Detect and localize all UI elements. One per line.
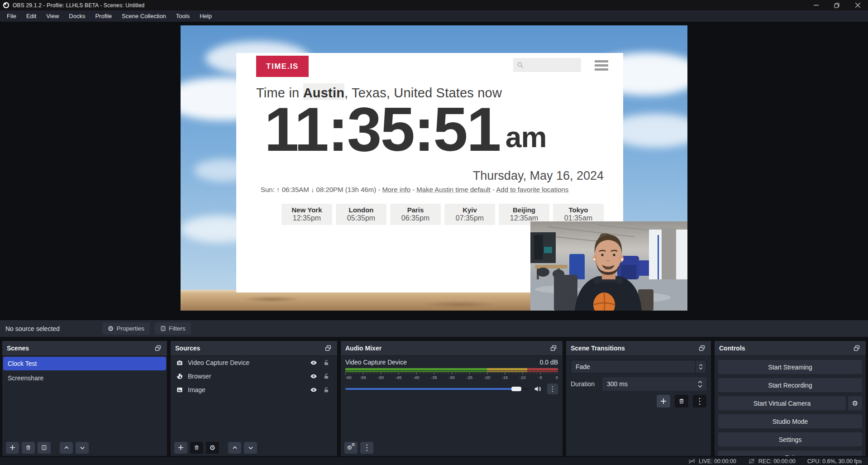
remove-transition-button[interactable] — [675, 395, 688, 407]
status-bar: LIVE: 00:00:00 REC: 00:00:00 CPU: 0.6%, … — [0, 457, 868, 465]
mixer-volume-db: 0.0 dB — [540, 359, 558, 366]
make-default-link[interactable]: Make Austin time default — [416, 186, 490, 193]
eye-icon — [310, 373, 317, 380]
eye-icon — [310, 359, 317, 366]
meter-ticks — [345, 373, 558, 374]
menu-docks[interactable]: Docks — [64, 10, 90, 22]
move-source-up-button[interactable] — [228, 442, 241, 454]
controls-header[interactable]: Controls — [715, 341, 866, 356]
volume-slider-handle[interactable] — [511, 387, 521, 391]
start-virtual-camera-button[interactable]: Start Virtual Camera — [718, 396, 846, 410]
visibility-toggle[interactable] — [310, 373, 318, 380]
menu-view[interactable]: View — [41, 10, 64, 22]
add-scene-button[interactable] — [6, 442, 19, 454]
chevron-up-icon — [699, 364, 703, 366]
stream-inactive-icon — [688, 458, 696, 464]
transitions-body: Fade Duration 300 ms — [566, 356, 711, 456]
hamburger-menu-icon[interactable] — [595, 60, 608, 71]
city-paris[interactable]: Paris06:35pm — [390, 204, 441, 225]
source-item-browser[interactable]: Browser — [171, 369, 337, 383]
lock-toggle[interactable] — [323, 373, 331, 380]
add-favorite-link[interactable]: Add to favorite locations — [496, 186, 568, 193]
filter-icon — [41, 445, 47, 451]
chevron-down-icon[interactable] — [698, 385, 702, 388]
popout-icon[interactable] — [154, 345, 162, 352]
transition-select[interactable]: Fade — [571, 360, 706, 374]
eye-icon — [310, 386, 317, 393]
move-scene-down-button[interactable] — [76, 442, 89, 454]
add-source-button[interactable] — [174, 442, 187, 454]
scene-filters-button[interactable] — [38, 442, 51, 454]
transitions-header[interactable]: Scene Transitions — [566, 341, 711, 356]
menu-file[interactable]: File — [2, 10, 21, 22]
close-button[interactable] — [847, 0, 868, 10]
transition-properties-button[interactable]: ⋮ — [693, 395, 706, 407]
mute-button[interactable] — [534, 385, 543, 393]
properties-button[interactable]: ⚙ Properties — [102, 322, 150, 335]
menu-tools[interactable]: Tools — [171, 10, 195, 22]
advanced-audio-properties-button[interactable]: ⚙ ⚙ — [344, 442, 358, 454]
menu-profile[interactable]: Profile — [90, 10, 117, 22]
menu-edit[interactable]: Edit — [21, 10, 41, 22]
volume-slider[interactable] — [345, 388, 529, 390]
menubar: File Edit View Docks Profile Scene Colle… — [0, 10, 868, 22]
menu-help[interactable]: Help — [195, 10, 217, 22]
scene-item-clock-test[interactable]: Clock Test — [3, 357, 166, 370]
sources-header[interactable]: Sources — [171, 341, 337, 356]
unlock-icon — [323, 386, 330, 393]
source-item-video-capture-device[interactable]: Video Capture Device — [171, 356, 337, 369]
city-new-york[interactable]: New York12:35pm — [281, 204, 332, 225]
volume-meter — [345, 368, 558, 370]
city-kyiv[interactable]: Kyiv07:35pm — [444, 204, 495, 225]
more-info-link[interactable]: More info — [382, 186, 410, 193]
add-transition-button[interactable] — [657, 395, 670, 407]
unlock-icon — [323, 373, 330, 380]
timeis-date: Thursday, May 16, 2024 — [473, 169, 604, 183]
settings-button[interactable]: Settings — [718, 432, 862, 446]
move-scene-up-button[interactable] — [60, 442, 73, 454]
audio-mixer-header[interactable]: Audio Mixer — [341, 341, 563, 356]
menu-scene-collection[interactable]: Scene Collection — [117, 10, 171, 22]
source-properties-button[interactable]: ⚙ — [206, 442, 219, 454]
start-recording-button[interactable]: Start Recording — [718, 378, 862, 392]
scene-item-screenshare[interactable]: Screenshare — [3, 371, 166, 385]
move-source-down-button[interactable] — [244, 442, 257, 454]
remove-scene-button[interactable] — [22, 442, 35, 454]
image-icon — [176, 386, 183, 393]
studio-mode-button[interactable]: Studio Mode — [718, 414, 862, 428]
duration-input[interactable]: 300 ms — [602, 377, 706, 391]
gear-icon: ⚙ — [852, 400, 858, 407]
popout-icon[interactable] — [324, 345, 333, 352]
scenes-toolbar — [2, 439, 167, 456]
visibility-toggle[interactable] — [310, 359, 318, 366]
scenes-header[interactable]: Scenes — [2, 341, 167, 356]
trash-icon — [678, 398, 685, 404]
timeis-logo[interactable]: TIME.IS — [256, 56, 309, 77]
timeis-search-box[interactable] — [513, 58, 581, 72]
popout-icon[interactable] — [698, 345, 706, 352]
filters-button[interactable]: Filters — [155, 322, 191, 335]
program-canvas[interactable]: TIME.IS Time in Austin, Texas, United St… — [181, 25, 687, 311]
virtual-camera-settings-button[interactable]: ⚙ — [848, 396, 862, 410]
lock-toggle[interactable] — [323, 386, 331, 393]
popout-icon[interactable] — [853, 345, 861, 352]
mixer-options-button[interactable]: ⋮ — [547, 384, 558, 394]
exit-button[interactable]: Exit — [718, 451, 862, 456]
restore-button[interactable] — [826, 0, 847, 10]
popout-icon[interactable] — [550, 345, 558, 352]
minimize-button[interactable] — [806, 0, 826, 10]
lock-toggle[interactable] — [323, 359, 331, 366]
city-london[interactable]: London05:35pm — [336, 204, 386, 225]
remove-source-button[interactable] — [190, 442, 203, 454]
start-streaming-button[interactable]: Start Streaming — [718, 360, 862, 374]
chevron-up-icon[interactable] — [698, 381, 702, 384]
timeis-search-input[interactable] — [526, 62, 576, 68]
source-item-image[interactable]: Image — [171, 383, 337, 397]
window-title: OBS 29.1.2 - Profile: LLHLS BETA - Scene… — [13, 2, 144, 9]
mixer-menu-button[interactable]: ⋮ — [360, 442, 373, 454]
chevron-down-icon — [248, 445, 254, 451]
visibility-toggle[interactable] — [310, 386, 318, 393]
gear-icon: ⚙ — [210, 444, 215, 451]
timeis-logo-text: TIME.IS — [266, 62, 299, 71]
chevron-down-icon — [699, 367, 703, 369]
